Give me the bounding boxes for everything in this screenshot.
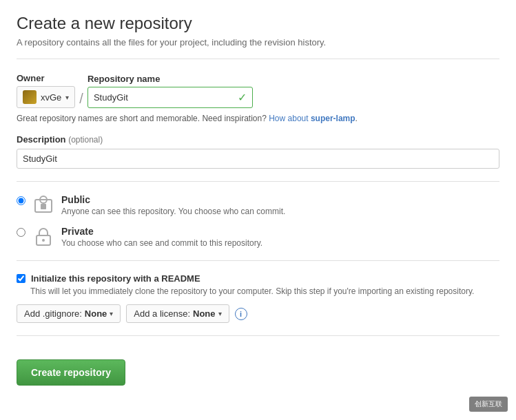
description-input[interactable] [17, 149, 499, 169]
hint-text-before: Great repository names are short and mem… [17, 114, 267, 123]
gitignore-dropdown[interactable]: Add .gitignore: None ▾ [17, 304, 121, 323]
repo-name-input[interactable] [94, 92, 231, 103]
hint-suggestion: super-lamp [311, 114, 355, 123]
owner-repo-section: Owner xvGe ▾ / Repository name ✓ Great r… [17, 73, 499, 123]
watermark: 创新互联 [469, 397, 508, 412]
gitignore-label: Add .gitignore: [24, 308, 82, 319]
repo-name-input-wrapper: ✓ [87, 87, 253, 108]
license-label: Add a license: [134, 308, 190, 319]
section-divider-3 [17, 335, 499, 336]
private-option: Private You choose who can see and commi… [17, 226, 499, 248]
svg-point-4 [42, 239, 45, 242]
repo-name-label: Repository name [87, 74, 253, 84]
section-divider-1 [17, 181, 499, 182]
page-subtitle: A repository contains all the files for … [17, 37, 499, 48]
create-repository-button[interactable]: Create repository [17, 359, 125, 386]
owner-name: xvGe [41, 92, 61, 103]
license-dropdown[interactable]: Add a license: None ▾ [126, 304, 229, 323]
svg-rect-2 [41, 204, 46, 209]
section-divider-2 [17, 260, 499, 261]
public-radio[interactable] [17, 196, 25, 205]
public-icon [32, 194, 54, 216]
initialize-desc: This will let you immediately clone the … [30, 286, 499, 296]
description-optional: (optional) [68, 135, 103, 145]
private-icon [32, 226, 54, 248]
check-icon: ✓ [238, 91, 247, 104]
description-label: Description (optional) [17, 134, 499, 145]
gitignore-arrow: ▾ [110, 310, 113, 317]
visibility-section: Public Anyone can see this repository. Y… [17, 194, 499, 248]
owner-repo-row: Owner xvGe ▾ / Repository name ✓ [17, 73, 499, 108]
page-title: Create a new repository [17, 14, 499, 33]
description-section: Description (optional) [17, 134, 499, 169]
repo-hint: Great repository names are short and mem… [17, 114, 499, 123]
owner-label: Owner [17, 73, 75, 83]
private-radio[interactable] [17, 228, 25, 237]
private-text: Private You choose who can see and commi… [61, 226, 262, 248]
license-value: None [193, 308, 216, 319]
public-title: Public [61, 194, 285, 205]
private-title: Private [61, 226, 262, 237]
private-desc: You choose who can see and commit to thi… [61, 238, 262, 248]
owner-dropdown-arrow: ▾ [65, 94, 69, 101]
top-divider [17, 59, 499, 59]
addon-row: Add .gitignore: None ▾ Add a license: No… [17, 304, 499, 323]
initialize-row: Initialize this repository with a README [17, 273, 499, 284]
public-text: Public Anyone can see this repository. Y… [61, 194, 285, 216]
owner-group: Owner xvGe ▾ [17, 73, 75, 108]
initialize-checkbox[interactable] [17, 274, 25, 283]
owner-dropdown[interactable]: xvGe ▾ [17, 86, 75, 108]
public-option: Public Anyone can see this repository. Y… [17, 194, 499, 216]
initialize-label: Initialize this repository with a README [31, 273, 200, 284]
watermark-text: 创新互联 [475, 399, 502, 409]
public-desc: Anyone can see this repository. You choo… [61, 207, 285, 216]
info-icon[interactable]: i [235, 308, 247, 320]
slash-separator: / [79, 91, 83, 108]
license-arrow: ▾ [218, 310, 222, 317]
initialize-section: Initialize this repository with a README… [17, 273, 499, 323]
gitignore-value: None [85, 308, 107, 319]
repo-name-group: Repository name ✓ [87, 74, 253, 108]
hint-link[interactable]: How about super-lamp [269, 114, 355, 123]
owner-avatar [23, 90, 37, 104]
